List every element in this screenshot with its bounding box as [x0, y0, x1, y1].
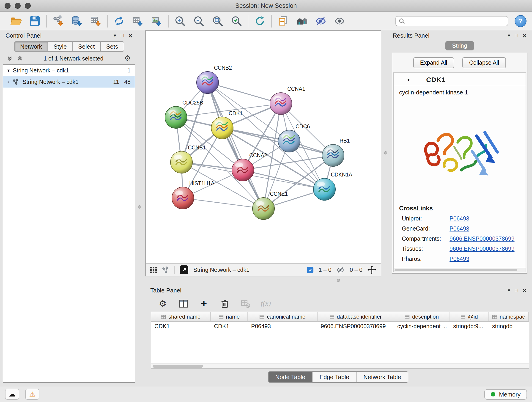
import-network-file-button[interactable]: [52, 15, 64, 27]
panel-float-icon[interactable]: □: [121, 33, 124, 38]
network-node-ccna2[interactable]: [232, 159, 254, 181]
tab-style[interactable]: Style: [47, 41, 73, 52]
network-collection-row[interactable]: ▾ String Network – cdk1 1: [3, 65, 135, 76]
panel-close-icon[interactable]: ×: [522, 287, 526, 294]
crosslink-label: Pharos:: [398, 256, 450, 262]
show-all-networks-button[interactable]: [296, 15, 308, 27]
panel-float-icon[interactable]: □: [515, 33, 518, 38]
export-table-button[interactable]: [132, 15, 144, 27]
column-header-description[interactable]: description: [394, 312, 450, 321]
panel-menu-icon[interactable]: ▾: [508, 288, 510, 293]
cloud-button[interactable]: ☁: [5, 389, 19, 400]
column-header-namespace[interactable]: namespac: [489, 312, 529, 321]
delete-table-button[interactable]: [240, 298, 251, 309]
panel-menu-icon[interactable]: ▾: [114, 33, 116, 38]
tab-node-table[interactable]: Node Table: [268, 371, 312, 383]
panel-menu-icon[interactable]: ▾: [508, 33, 510, 38]
expand-all-icon[interactable]: [7, 56, 13, 61]
column-header-canonical-name[interactable]: canonical name: [248, 312, 317, 321]
network-canvas[interactable]: CCNB2CCNA1CDC25BCDK1CDC6RB1CCNB1CCNA2CDK…: [146, 31, 381, 263]
open-in-new-window-button[interactable]: [180, 265, 188, 274]
hidden-eye-slash-icon[interactable]: [336, 267, 345, 273]
network-node-cdc25b[interactable]: [165, 106, 187, 128]
birds-eye-view-icon[interactable]: [150, 267, 157, 273]
crosslink-uniprot-link[interactable]: P06493: [450, 216, 469, 222]
network-node-cdkn1a[interactable]: [313, 178, 336, 200]
search-input[interactable]: [395, 16, 508, 26]
zoom-out-button[interactable]: [193, 15, 205, 27]
new-network-button[interactable]: [113, 15, 125, 27]
function-builder-button[interactable]: f(x): [260, 298, 271, 309]
pan-crosshair-icon[interactable]: [367, 265, 376, 274]
export-image-button[interactable]: [151, 15, 163, 27]
tab-select[interactable]: Select: [72, 41, 101, 52]
network-node-ccnb2[interactable]: [196, 71, 219, 94]
selected-checkbox-icon[interactable]: [307, 267, 314, 273]
left-splitter-handle[interactable]: [138, 205, 141, 209]
clone-network-button[interactable]: [277, 15, 289, 27]
network-selection-bar: 1 of 1 Network selected ⚙: [3, 52, 135, 64]
right-splitter-handle[interactable]: [384, 151, 387, 154]
network-node-cdc6[interactable]: [278, 130, 300, 152]
crosslink-tissues-link[interactable]: 9606.ENSP00000378699: [450, 246, 515, 252]
zoom-in-button[interactable]: [174, 15, 186, 27]
open-session-button[interactable]: [10, 15, 22, 27]
collapse-all-icon[interactable]: [17, 56, 23, 61]
panel-close-icon[interactable]: ×: [128, 32, 133, 39]
column-header-id[interactable]: @id: [450, 312, 489, 321]
create-column-button[interactable]: +: [198, 298, 209, 309]
help-button[interactable]: ?: [515, 15, 526, 27]
panel-close-icon[interactable]: ×: [522, 32, 526, 39]
tab-network[interactable]: Network: [14, 41, 48, 52]
collapse-triangle-icon[interactable]: ▾: [7, 68, 10, 73]
zoom-fit-button[interactable]: [212, 15, 224, 27]
zoom-selected-button[interactable]: [230, 15, 242, 27]
zoom-window-button[interactable]: [25, 3, 31, 9]
panel-float-icon[interactable]: □: [515, 288, 518, 293]
crosslink-row: Pharos: P06493: [398, 256, 521, 262]
import-table-button[interactable]: [90, 15, 102, 27]
column-header-database-identifier[interactable]: database identifier: [317, 312, 394, 321]
expand-all-button[interactable]: Expand All: [413, 57, 454, 68]
tab-network-table[interactable]: Network Table: [356, 371, 408, 383]
section-collapse-icon[interactable]: ▾: [407, 77, 410, 82]
network-node-rb1[interactable]: [322, 144, 344, 166]
table-panel-header: Table Panel ▾ □ ×: [147, 285, 529, 295]
column-header-shared-name[interactable]: shared name: [151, 312, 211, 321]
network-node-ccna1[interactable]: [270, 93, 292, 115]
tab-string[interactable]: String: [445, 41, 474, 51]
show-columns-button[interactable]: [178, 298, 189, 309]
bottom-splitter-handle[interactable]: [337, 279, 340, 282]
memory-button[interactable]: Memory: [484, 389, 527, 400]
network-node-cdk1[interactable]: [211, 117, 233, 139]
warnings-button[interactable]: ⚠: [25, 389, 39, 400]
show-selected-button[interactable]: [334, 15, 346, 27]
crosslink-genecard-link[interactable]: P06493: [450, 225, 469, 232]
tab-edge-table[interactable]: Edge Table: [312, 371, 357, 383]
close-window-button[interactable]: [5, 3, 11, 9]
network-node-ccnb1[interactable]: [171, 151, 192, 173]
gene-section: ▾ CDK1 cyclin-dependent kinase 1: [393, 72, 526, 272]
import-network-database-button[interactable]: [71, 15, 83, 27]
gene-section-header[interactable]: ▾ CDK1: [394, 73, 526, 86]
network-node-ccne1[interactable]: [253, 198, 274, 220]
minimize-window-button[interactable]: [15, 3, 21, 9]
table-row[interactable]: CDK1 CDK1 P06493 9606.ENSP00000378699 cy…: [151, 322, 529, 331]
crosslink-pharos-link[interactable]: P06493: [450, 256, 469, 262]
network-options-gear-icon[interactable]: ⚙: [124, 55, 131, 62]
crosslink-compartments-link[interactable]: 9606.ENSP00000378699: [450, 236, 515, 242]
tab-sets[interactable]: Sets: [100, 41, 124, 52]
save-session-button[interactable]: [29, 15, 41, 27]
network-overview-icon[interactable]: [162, 266, 169, 274]
table-options-gear-icon[interactable]: ⚙: [157, 298, 168, 309]
network-row[interactable]: ● String Network – cdk1 11 48: [3, 76, 135, 88]
results-horizontal-scrollbar[interactable]: [394, 268, 526, 272]
folder-open-icon: [10, 15, 22, 27]
network-node-hist1h1a[interactable]: [172, 187, 194, 209]
collapse-all-button[interactable]: Collapse All: [462, 57, 506, 68]
table-horizontal-scrollbar[interactable]: [151, 363, 529, 368]
refresh-layout-button[interactable]: [254, 15, 266, 27]
column-header-name[interactable]: name: [211, 312, 248, 321]
hide-selected-button[interactable]: [315, 15, 327, 27]
delete-column-button[interactable]: [219, 298, 230, 309]
